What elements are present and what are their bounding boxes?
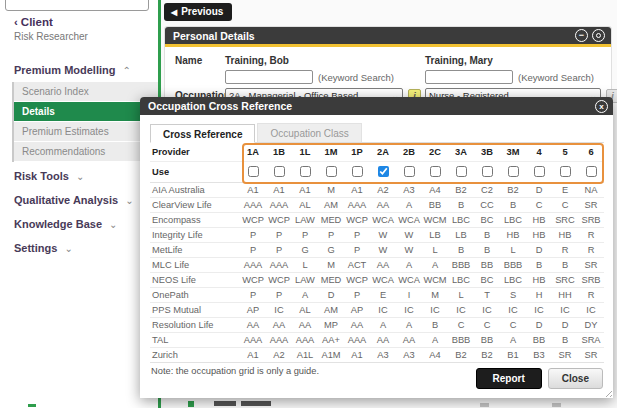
provider-name: Integrity Life [150,227,240,242]
class-header-1A: 1A [240,143,266,161]
client-back-link[interactable]: ‹Client [14,16,158,28]
class-value: C [448,317,474,332]
sidebar-section-settings[interactable]: Settings ⌄ [0,236,158,260]
section-label: Qualitative Analysis [14,194,118,206]
class-value: LBC [448,212,474,227]
class-value: P [344,227,370,242]
class-value: A [396,197,422,212]
use-checkbox-4[interactable] [534,166,545,177]
sidebar-item-scenario-index[interactable]: Scenario Index [14,82,158,102]
use-checkbox-2C[interactable] [430,166,441,177]
class-value: SR [578,197,604,212]
class-value: A3 [370,347,396,362]
occupation-keyword-input-2[interactable] [425,70,513,84]
use-checkbox-5[interactable] [560,166,571,177]
resize-handle[interactable] [603,388,612,397]
class-value: AA [370,197,396,212]
class-value: WCP [240,272,266,287]
use-checkbox-1L[interactable] [300,166,311,177]
class-value: WCM [422,272,448,287]
class-value: IC [448,302,474,317]
client-back-label: Client [21,16,53,28]
class-value: SRB [578,212,604,227]
class-value: A [422,332,448,347]
class-value: SR [578,257,604,272]
class-value: WCP [266,272,292,287]
provider-row-metlife: MetLifePPGGPWWLBBLDRR [150,242,604,257]
settings-icon[interactable] [592,29,605,42]
class-value: B [474,242,500,257]
report-button[interactable]: Report [476,368,542,389]
tab-occupation-class[interactable]: Occupation Class [257,123,361,142]
close-icon[interactable]: x [595,100,608,113]
class-value: BB [474,257,500,272]
cross-reference-table: Provider 1A1B1L1M1P2A2B2C3A3B3M456 Use A… [150,143,604,363]
cutoff-content-fragment [480,403,489,407]
sidebar-item-premium-estimates[interactable]: Premium Estimates [14,122,158,142]
previous-button[interactable]: ◀Previous [164,3,232,21]
tab-cross-reference[interactable]: Cross Reference [150,124,255,143]
class-value: W [396,227,422,242]
cutoff-content-fragment [214,401,236,406]
use-checkbox-3A[interactable] [456,166,467,177]
class-value: A4 [422,347,448,362]
class-value: AAA [344,197,370,212]
modal-header: Occupation Cross Reference x [140,97,613,115]
sidebar-section-qualitative-analysis[interactable]: Qualitative Analysis ⌄ [0,188,158,212]
modal-tabs: Cross Reference Occupation Class [150,123,604,143]
use-checkbox-1M[interactable] [326,166,337,177]
sidebar-item-details[interactable]: Details [14,102,158,122]
class-value: B [448,197,474,212]
sidebar-section-risk-tools[interactable]: Risk Tools ⌄ [0,164,158,188]
provider-name: Zurich [150,347,240,362]
provider-row-aia-australia: AIA AustraliaA1A1A1MA1A2A3A4B2C2B2DENA [150,182,604,197]
occupation-keyword-input-1[interactable] [225,70,313,84]
sidebar-search-input[interactable] [5,0,149,11]
class-value: WCA [370,212,396,227]
class-value: AA+ [318,332,344,347]
close-button[interactable]: Close [548,368,603,389]
use-checkbox-3B[interactable] [482,166,493,177]
use-checkbox-2A[interactable] [378,166,389,177]
class-value: SR [578,347,604,362]
collapse-icon[interactable]: − [575,29,588,42]
sidebar-item-recommendations[interactable]: Recommendations [14,142,158,162]
class-value: IC [422,302,448,317]
class-value: A4 [422,182,448,197]
chevron-down-icon: ⌄ [125,195,133,206]
class-value: P [344,242,370,257]
use-checkbox-2B[interactable] [404,166,415,177]
use-checkbox-3M[interactable] [508,166,519,177]
class-value: WCP [266,212,292,227]
class-value: D [526,242,552,257]
class-value: L [500,242,526,257]
class-value: SRB [578,272,604,287]
modal-footer: Report Close [476,368,603,389]
class-value: MED [318,272,344,287]
class-value: L [422,242,448,257]
class-value: WCP [240,212,266,227]
class-value: BC [474,272,500,287]
modal-title: Occupation Cross Reference [148,100,292,112]
use-checkbox-1A[interactable] [248,166,259,177]
class-header-1B: 1B [266,143,292,161]
use-row: Use [150,161,604,182]
use-checkbox-1P[interactable] [352,166,363,177]
class-value: AAA [240,197,266,212]
class-value: D [526,182,552,197]
class-value: A1 [344,347,370,362]
sidebar-section-premium-modelling[interactable]: Premium Modelling ⌃ [0,58,158,82]
class-value: B [526,257,552,272]
use-checkbox-6[interactable] [586,166,597,177]
class-value: L [292,257,318,272]
provider-row-clearview-life: ClearView LifeAAAAAAALAMAAAAAABBBCCBCCSR [150,197,604,212]
class-value: AM [318,302,344,317]
use-checkbox-1B[interactable] [274,166,285,177]
section-label: Premium Modelling [14,64,115,76]
class-value: NA [578,182,604,197]
class-value: P [240,242,266,257]
cutoff-content-fragment [188,401,194,407]
sidebar-section-knowledge-base[interactable]: Knowledge Base ⌄ [0,212,158,236]
class-value: BBB [448,332,474,347]
class-header-2A: 2A [370,143,396,161]
